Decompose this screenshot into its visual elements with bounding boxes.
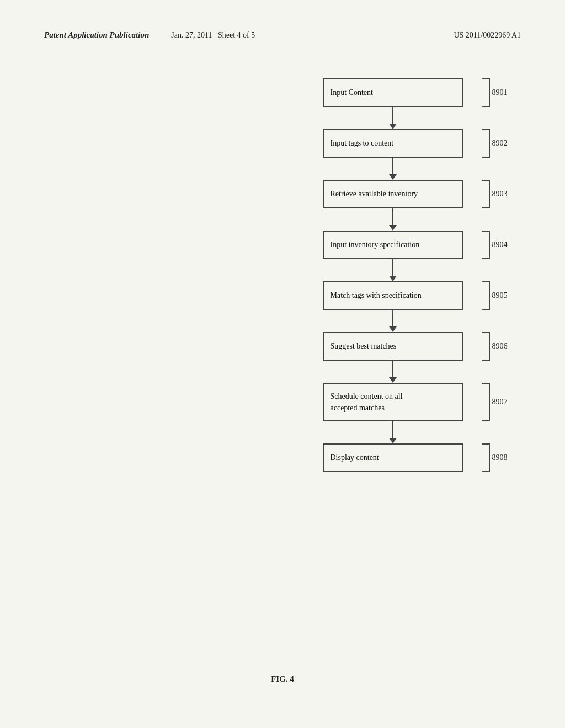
bracket-8907 <box>482 383 490 421</box>
step-num-8902: 8902 <box>492 139 508 148</box>
bracket-8901 <box>482 78 490 107</box>
step-row-8906: Suggest best matches 8906 <box>323 332 463 361</box>
step-label-8904: Input inventory specification <box>331 240 420 249</box>
arrow-4 <box>389 276 397 281</box>
step-label-8903: Retrieve available inventory <box>331 190 418 199</box>
arrow-5 <box>389 326 397 332</box>
flow-diagram: Input Content 8901 Input tags to content… <box>110 40 565 472</box>
step-row-8907: Schedule content on allaccepted matches … <box>323 383 463 421</box>
bracket-8905 <box>482 281 490 310</box>
vert-line-3 <box>392 208 393 225</box>
step-label-8906: Suggest best matches <box>331 342 397 351</box>
step-num-8906: 8906 <box>492 342 508 351</box>
step-num-8907: 8907 <box>492 398 508 406</box>
step-num-8901: 8901 <box>492 88 508 97</box>
step-box-8904: Input inventory specification <box>323 231 463 259</box>
vert-line-1 <box>392 107 393 124</box>
step-row-8908: Display content 8908 <box>323 443 463 472</box>
figure-caption: FIG. 4 <box>0 675 565 684</box>
vert-line-4 <box>392 259 393 276</box>
step-box-8903: Retrieve available inventory <box>323 180 463 208</box>
vert-line-2 <box>392 158 393 174</box>
bracket-8903 <box>482 180 490 208</box>
step-box-8901: Input Content <box>323 78 463 107</box>
step-row-8904: Input inventory specification 8904 <box>323 231 463 259</box>
patent-number: US 2011/0022969 A1 <box>454 31 521 40</box>
connector-4 <box>323 259 463 281</box>
bracket-8904 <box>482 231 490 259</box>
page: Patent Application Publication Jan. 27, … <box>0 0 565 728</box>
bracket-8902 <box>482 129 490 158</box>
vert-line-6 <box>392 361 393 377</box>
step-box-8908: Display content <box>323 443 463 472</box>
step-num-8904: 8904 <box>492 240 508 249</box>
patent-label: Patent Application Publication <box>44 30 149 40</box>
step-label-8908: Display content <box>331 453 379 462</box>
step-num-8903: 8903 <box>492 190 508 199</box>
arrow-1 <box>389 124 397 129</box>
arrow-6 <box>389 377 397 383</box>
connector-5 <box>323 310 463 332</box>
arrow-3 <box>389 225 397 231</box>
step-box-8902: Input tags to content <box>323 129 463 158</box>
arrow-7 <box>389 438 397 443</box>
step-box-8905: Match tags with specification <box>323 281 463 310</box>
step-num-8905: 8905 <box>492 291 508 300</box>
step-row-8903: Retrieve available inventory 8903 <box>323 180 463 208</box>
connector-7 <box>323 421 463 443</box>
date-label: Jan. 27, 2011 Sheet 4 of 5 <box>171 31 255 40</box>
step-label-8905: Match tags with specification <box>331 291 422 300</box>
connector-6 <box>323 361 463 383</box>
connector-2 <box>323 158 463 180</box>
vert-line-7 <box>392 421 393 438</box>
bracket-8906 <box>482 332 490 361</box>
vert-line-5 <box>392 310 393 326</box>
step-label-8907: Schedule content on allaccepted matches <box>331 390 403 414</box>
step-box-8907: Schedule content on allaccepted matches <box>323 383 463 421</box>
header: Patent Application Publication Jan. 27, … <box>0 0 565 40</box>
connector-1 <box>323 107 463 129</box>
step-row-8901: Input Content 8901 <box>323 78 463 107</box>
connector-3 <box>323 208 463 231</box>
step-label-8901: Input Content <box>331 88 373 97</box>
step-label-8902: Input tags to content <box>331 139 394 148</box>
arrow-2 <box>389 174 397 180</box>
step-box-8906: Suggest best matches <box>323 332 463 361</box>
step-row-8902: Input tags to content 8902 <box>323 129 463 158</box>
step-row-8905: Match tags with specification 8905 <box>323 281 463 310</box>
bracket-8908 <box>482 443 490 472</box>
step-num-8908: 8908 <box>492 453 508 462</box>
